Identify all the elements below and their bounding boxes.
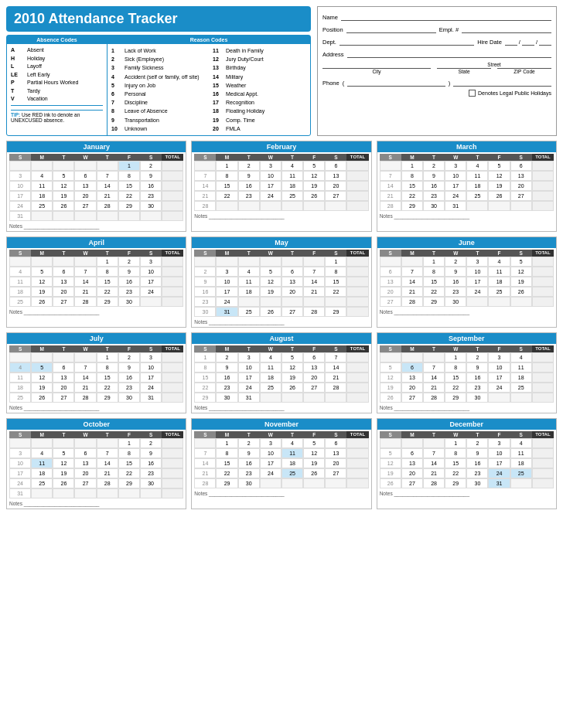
cal-day-empty[interactable] — [53, 257, 74, 267]
cal-day-empty[interactable] — [466, 201, 488, 211]
cal-day-8[interactable]: 8 — [216, 171, 237, 181]
cal-day-7[interactable]: 7 — [194, 171, 216, 181]
cal-day-17[interactable]: 17 — [140, 373, 162, 383]
cal-day-16[interactable]: 16 — [238, 458, 260, 468]
cal-day-28[interactable]: 28 — [97, 201, 118, 211]
cal-day-20[interactable]: 20 — [53, 287, 74, 297]
cal-day-8[interactable]: 8 — [401, 171, 423, 181]
cal-day-26[interactable]: 26 — [380, 393, 401, 403]
cal-day-22[interactable]: 22 — [194, 383, 216, 393]
cal-day-empty[interactable] — [53, 211, 74, 221]
cal-day-5[interactable]: 5 — [380, 362, 401, 373]
cal-day-18[interactable]: 18 — [466, 181, 488, 191]
cal-day-empty[interactable] — [162, 161, 183, 171]
cal-day-27[interactable]: 27 — [53, 297, 74, 307]
cal-day-empty[interactable] — [216, 201, 237, 211]
cal-day-empty[interactable] — [118, 488, 140, 498]
cal-day-15[interactable]: 15 — [445, 373, 466, 383]
cal-day-29[interactable]: 29 — [97, 297, 118, 307]
cal-day-7[interactable]: 7 — [380, 171, 401, 181]
cal-day-10[interactable]: 10 — [260, 171, 282, 181]
cal-day-20[interactable]: 20 — [53, 383, 74, 393]
cal-day-10[interactable]: 10 — [466, 267, 488, 277]
cal-day-11[interactable]: 11 — [282, 448, 303, 458]
cal-day-15[interactable]: 15 — [118, 181, 140, 191]
cal-day-empty[interactable] — [488, 201, 510, 211]
cal-day-18[interactable]: 18 — [510, 458, 532, 468]
cal-day-20[interactable]: 20 — [325, 458, 346, 468]
cal-day-empty[interactable] — [260, 257, 282, 267]
phone-number[interactable] — [453, 77, 551, 87]
cal-day-empty[interactable] — [31, 488, 53, 498]
cal-day-empty[interactable] — [510, 478, 532, 488]
name-field[interactable] — [341, 12, 551, 21]
cal-day-19[interactable]: 19 — [303, 458, 325, 468]
cal-day-empty[interactable] — [423, 352, 445, 362]
cal-day-empty[interactable] — [346, 287, 368, 297]
cal-day-31[interactable]: 31 — [238, 393, 260, 403]
cal-day-20[interactable]: 20 — [380, 287, 401, 297]
cal-day-empty[interactable] — [488, 297, 510, 307]
cal-day-19[interactable]: 19 — [282, 373, 303, 383]
cal-day-28[interactable]: 28 — [194, 201, 216, 211]
cal-day-5[interactable]: 5 — [380, 448, 401, 458]
cal-day-empty[interactable] — [532, 287, 554, 297]
cal-day-empty[interactable] — [162, 393, 183, 403]
cal-day-4[interactable]: 4 — [238, 267, 260, 277]
cal-day-23[interactable]: 23 — [194, 297, 216, 307]
cal-day-empty[interactable] — [31, 438, 53, 448]
cal-day-22[interactable]: 22 — [445, 383, 466, 393]
cal-day-17[interactable]: 17 — [260, 458, 282, 468]
cal-day-empty[interactable] — [238, 201, 260, 211]
cal-day-19[interactable]: 19 — [31, 383, 53, 393]
cal-day-16[interactable]: 16 — [216, 373, 237, 383]
cal-day-empty[interactable] — [9, 257, 31, 267]
cal-day-empty[interactable] — [162, 373, 183, 383]
cal-day-11[interactable]: 11 — [466, 171, 488, 181]
cal-day-12[interactable]: 12 — [488, 171, 510, 181]
cal-day-12[interactable]: 12 — [260, 277, 282, 287]
cal-day-empty[interactable] — [53, 488, 74, 498]
cal-day-8[interactable]: 8 — [97, 267, 118, 277]
cal-day-empty[interactable] — [140, 488, 162, 498]
cal-day-9[interactable]: 9 — [238, 171, 260, 181]
cal-day-empty[interactable] — [31, 161, 53, 171]
cal-day-14[interactable]: 14 — [423, 373, 445, 383]
cal-day-29[interactable]: 29 — [194, 393, 216, 403]
cal-day-27[interactable]: 27 — [325, 191, 346, 201]
cal-day-16[interactable]: 16 — [140, 181, 162, 191]
cal-day-22[interactable]: 22 — [118, 468, 140, 478]
cal-day-8[interactable]: 8 — [97, 362, 118, 373]
cal-day-29[interactable]: 29 — [445, 478, 466, 488]
cal-day-5[interactable]: 5 — [282, 352, 303, 362]
cal-day-31[interactable]: 31 — [445, 201, 466, 211]
cal-day-empty[interactable] — [53, 352, 74, 362]
cal-day-30[interactable]: 30 — [140, 478, 162, 488]
cal-day-empty[interactable] — [346, 171, 368, 181]
cal-day-empty[interactable] — [510, 201, 532, 211]
cal-day-empty[interactable] — [532, 297, 554, 307]
cal-day-27[interactable]: 27 — [401, 393, 423, 403]
cal-day-25[interactable]: 25 — [9, 297, 31, 307]
cal-day-empty[interactable] — [97, 438, 118, 448]
cal-day-17[interactable]: 17 — [488, 373, 510, 383]
cal-day-14[interactable]: 14 — [97, 458, 118, 468]
cal-day-empty[interactable] — [9, 161, 31, 171]
cal-day-6[interactable]: 6 — [510, 161, 532, 171]
cal-day-17[interactable]: 17 — [9, 468, 31, 478]
cal-day-empty[interactable] — [282, 201, 303, 211]
cal-day-16[interactable]: 16 — [238, 181, 260, 191]
cal-day-30[interactable]: 30 — [466, 393, 488, 403]
cal-day-empty[interactable] — [346, 352, 368, 362]
cal-day-3[interactable]: 3 — [238, 352, 260, 362]
cal-day-16[interactable]: 16 — [194, 287, 216, 297]
cal-day-23[interactable]: 23 — [466, 468, 488, 478]
cal-day-18[interactable]: 18 — [488, 277, 510, 287]
cal-day-21[interactable]: 21 — [194, 191, 216, 201]
cal-day-24[interactable]: 24 — [9, 201, 31, 211]
cal-day-empty[interactable] — [325, 393, 346, 403]
cal-day-empty[interactable] — [282, 257, 303, 267]
cal-day-26[interactable]: 26 — [31, 297, 53, 307]
cal-day-18[interactable]: 18 — [31, 191, 53, 201]
cal-day-23[interactable]: 23 — [118, 383, 140, 393]
